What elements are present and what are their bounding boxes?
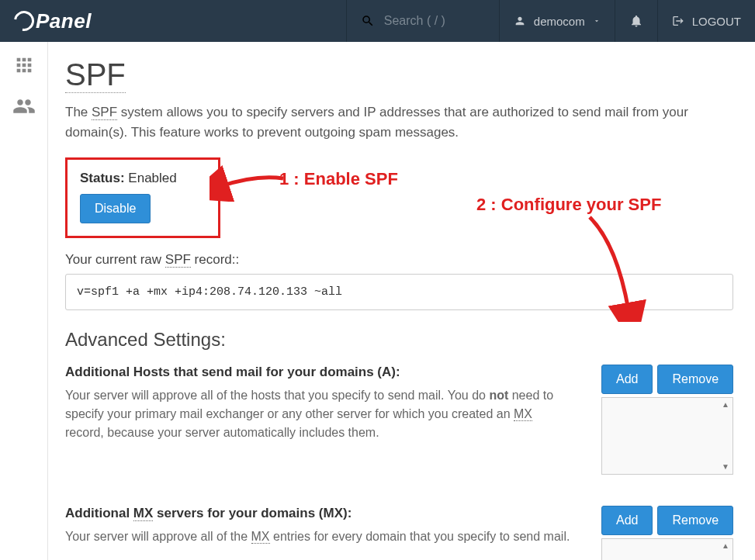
status-box: Status: Enabled Disable: [65, 157, 220, 238]
scroll-up-icon[interactable]: ▲: [720, 541, 731, 551]
add-mx-button[interactable]: Add: [601, 506, 653, 535]
cpanel-logo-text: Panel: [36, 9, 92, 33]
page-title: SPF: [65, 57, 126, 93]
section-heading: Additional MX servers for your domains (…: [65, 506, 570, 521]
scroll-up-icon[interactable]: ▲: [720, 399, 731, 410]
section-additional-hosts: Additional Hosts that send mail for your…: [65, 365, 733, 475]
remove-mx-button[interactable]: Remove: [657, 506, 733, 535]
spf-record-value: v=spf1 +a +mx +ip4:208.74.120.133 ~all: [65, 274, 733, 310]
user-label: democom: [534, 15, 585, 28]
user-menu[interactable]: democom: [500, 0, 615, 42]
add-host-button[interactable]: Add: [601, 365, 653, 394]
sidebar-item-users[interactable]: [12, 95, 36, 121]
mx-listbox[interactable]: ▲ ▼: [601, 538, 733, 560]
main-content: SPF The SPF system allows you to specify…: [48, 42, 755, 560]
left-sidebar: [0, 42, 48, 560]
intro-text: The SPF system allows you to specify ser…: [65, 102, 733, 142]
section-heading: Additional Hosts that send mail for your…: [65, 365, 570, 380]
section-desc: Your server will approve all of the MX e…: [65, 527, 570, 546]
status-line: Status: Enabled: [80, 171, 206, 186]
top-navbar: Panel democom LOGOUT: [0, 0, 755, 42]
caret-down-icon: [593, 17, 601, 25]
user-icon: [514, 15, 526, 27]
logout-label: LOGOUT: [692, 15, 741, 28]
cpanel-logo[interactable]: Panel: [0, 9, 106, 33]
advanced-settings-title: Advanced Settings:: [65, 329, 733, 351]
grid-icon: [13, 54, 35, 76]
cpanel-logo-icon: [10, 7, 38, 35]
hosts-listbox[interactable]: ▲ ▼: [601, 397, 733, 475]
users-icon: [12, 95, 36, 118]
search-input[interactable]: [384, 14, 485, 28]
logout-button[interactable]: LOGOUT: [658, 0, 755, 42]
scroll-down-icon[interactable]: ▼: [720, 461, 731, 472]
search-box[interactable]: [347, 0, 499, 42]
remove-host-button[interactable]: Remove: [657, 365, 733, 394]
sidebar-item-apps[interactable]: [13, 54, 35, 79]
record-label: Your current raw SPF record::: [65, 252, 733, 268]
logout-icon: [672, 15, 684, 27]
spf-abbr: SPF: [92, 105, 117, 120]
section-additional-mx: Additional MX servers for your domains (…: [65, 506, 733, 560]
search-icon: [361, 14, 375, 28]
notifications-button[interactable]: [615, 0, 657, 42]
disable-button[interactable]: Disable: [80, 194, 151, 223]
section-desc: Your server will approve all of the host…: [65, 386, 570, 442]
bell-icon: [629, 14, 643, 28]
